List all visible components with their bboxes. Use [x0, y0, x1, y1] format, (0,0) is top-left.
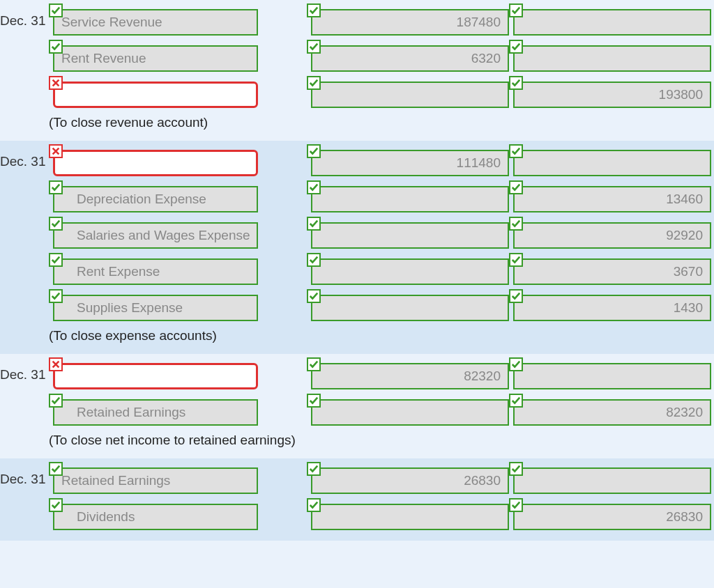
check-icon: [49, 3, 63, 17]
journal-row: Rent Revenue 6320: [0, 39, 714, 75]
debit-value: [311, 222, 509, 249]
debit-field[interactable]: [307, 292, 509, 321]
account-value: Retained Earnings: [53, 399, 258, 426]
journal-row: Dec. 31 111480: [0, 144, 714, 180]
debit-field[interactable]: 111480: [307, 147, 509, 176]
debit-field[interactable]: 6320: [307, 42, 509, 72]
debit-value: [311, 295, 509, 321]
credit-field[interactable]: 26830: [509, 501, 711, 530]
date-label: Dec. 31: [0, 367, 49, 382]
credit-field[interactable]: [509, 147, 711, 176]
journal-row: Dec. 31 Retained Earnings 26830: [0, 461, 714, 497]
credit-field[interactable]: [509, 42, 711, 72]
account-field[interactable]: [49, 79, 258, 108]
account-field[interactable]: Service Revenue: [49, 6, 258, 36]
journal-row: Dividends 26830: [0, 497, 714, 534]
credit-value: [513, 363, 711, 389]
check-icon: [49, 40, 63, 54]
journal-section: Dec. 31 Retained Earnings 26830 Dividend…: [0, 458, 714, 541]
check-icon: [49, 217, 63, 231]
account-field[interactable]: Depreciation Expense: [49, 183, 258, 212]
check-icon: [307, 40, 321, 54]
journal-row: Dec. 31 Service Revenue 187480: [0, 3, 714, 39]
account-field[interactable]: Salaries and Wages Expense: [49, 219, 258, 249]
check-icon: [307, 462, 321, 476]
check-icon: [49, 394, 63, 408]
debit-value: 6320: [311, 45, 509, 72]
explanation-text: (To close revenue account): [0, 111, 714, 134]
account-value: Supplies Expense: [53, 295, 258, 321]
check-icon: [307, 253, 321, 267]
debit-field[interactable]: 82320: [307, 360, 509, 389]
debit-value: [311, 186, 509, 212]
credit-field[interactable]: [509, 360, 711, 389]
debit-field[interactable]: [307, 219, 509, 249]
check-icon: [509, 462, 523, 476]
account-field[interactable]: Retained Earnings: [49, 465, 258, 494]
account-value: [53, 363, 258, 389]
credit-value: [513, 9, 711, 36]
credit-value: 1430: [513, 295, 711, 321]
check-icon: [307, 144, 321, 158]
account-field[interactable]: [49, 360, 258, 389]
debit-field[interactable]: [307, 256, 509, 285]
account-field[interactable]: Rent Revenue: [49, 42, 258, 72]
debit-field[interactable]: [307, 183, 509, 212]
debit-value: 111480: [311, 150, 509, 176]
debit-field[interactable]: [307, 79, 509, 108]
debit-value: 26830: [311, 467, 509, 494]
debit-field[interactable]: 26830: [307, 465, 509, 494]
check-icon: [509, 217, 523, 231]
journal-row: Rent Expense 3670: [0, 252, 714, 288]
check-icon: [509, 3, 523, 17]
date-label: Dec. 31: [0, 154, 49, 169]
check-icon: [49, 180, 63, 194]
credit-value: 193800: [513, 82, 711, 108]
explanation-text: (To close net income to retained earning…: [0, 429, 714, 451]
credit-field[interactable]: 92920: [509, 219, 711, 249]
check-icon: [307, 217, 321, 231]
account-field[interactable]: Dividends: [49, 501, 258, 530]
check-icon: [307, 289, 321, 303]
debit-value: [311, 504, 509, 530]
credit-field[interactable]: [509, 6, 711, 36]
x-icon: [49, 76, 63, 90]
credit-field[interactable]: 3670: [509, 256, 711, 285]
debit-value: [311, 258, 509, 285]
credit-value: 92920: [513, 222, 711, 249]
credit-value: 82320: [513, 399, 711, 426]
credit-field[interactable]: 82320: [509, 396, 711, 426]
account-value: Rent Expense: [53, 258, 258, 285]
debit-value: [311, 399, 509, 426]
account-field[interactable]: Rent Expense: [49, 256, 258, 285]
account-value: [53, 82, 258, 108]
account-field[interactable]: [49, 147, 258, 176]
check-icon: [509, 498, 523, 512]
account-value: Retained Earnings: [53, 467, 258, 494]
check-icon: [509, 40, 523, 54]
check-icon: [509, 76, 523, 90]
account-value: Dividends: [53, 504, 258, 530]
check-icon: [307, 3, 321, 17]
journal-row: Depreciation Expense 13460: [0, 180, 714, 216]
debit-value: 187480: [311, 9, 509, 36]
date-label: Dec. 31: [0, 13, 49, 29]
debit-field[interactable]: [307, 396, 509, 426]
check-icon: [307, 394, 321, 408]
journal-row: Supplies Expense 1430: [0, 288, 714, 325]
explanation-text: (To close expense accounts): [0, 325, 714, 347]
debit-field[interactable]: 187480: [307, 6, 509, 36]
credit-value: 13460: [513, 186, 711, 212]
credit-field[interactable]: 1430: [509, 292, 711, 321]
journal-section: Dec. 31 82320 Retained Earnings 82320 (T…: [0, 354, 714, 458]
credit-field[interactable]: [509, 465, 711, 494]
credit-field[interactable]: 13460: [509, 183, 711, 212]
credit-value: [513, 467, 711, 494]
account-value: Rent Revenue: [53, 45, 258, 72]
account-field[interactable]: Retained Earnings: [49, 396, 258, 426]
debit-field[interactable]: [307, 501, 509, 530]
check-icon: [49, 462, 63, 476]
account-field[interactable]: Supplies Expense: [49, 292, 258, 321]
credit-field[interactable]: 193800: [509, 79, 711, 108]
check-icon: [49, 253, 63, 267]
